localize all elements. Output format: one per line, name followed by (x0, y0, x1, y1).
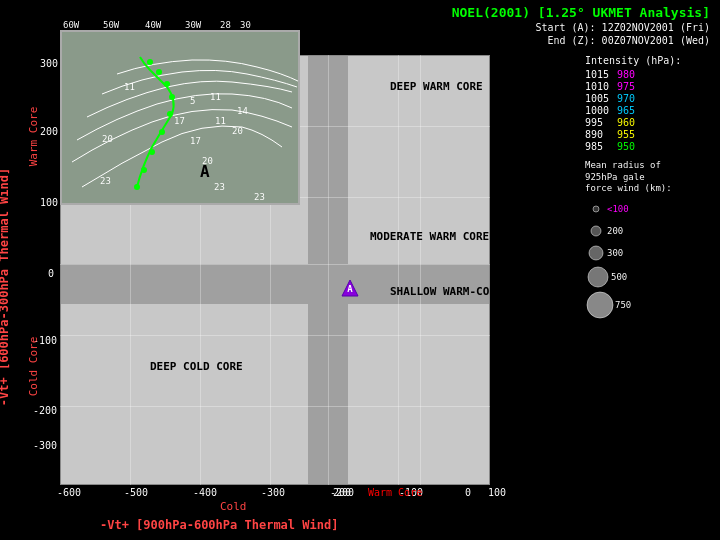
y-cold-label: Cold Core (27, 337, 40, 397)
x-tick-500: -500 (124, 487, 148, 498)
gridline-v-0 (328, 55, 329, 485)
svg-text:23: 23 (100, 176, 111, 186)
svg-point-3 (149, 149, 155, 155)
svg-point-27 (591, 226, 601, 236)
svg-point-26 (593, 206, 599, 212)
lon-28: 28 (220, 20, 231, 30)
gridline-h-4 (60, 406, 490, 407)
legend-row-7: 985 950 (585, 141, 715, 152)
svg-text:17: 17 (174, 116, 185, 126)
legend-left-1: 1015 (585, 69, 617, 80)
svg-point-9 (147, 59, 153, 65)
legend-row-5: 995 960 (585, 117, 715, 128)
lon-50w: 50W (103, 20, 119, 30)
svg-text:20: 20 (102, 134, 113, 144)
radius-item-5: 750 (585, 290, 715, 320)
legend-right-3: 970 (617, 93, 647, 104)
y-tick-300: 300 (40, 58, 58, 69)
radius-label-2: 200 (607, 226, 623, 236)
header-start: Start (A): 12Z02NOV2001 (Fri) (535, 22, 710, 33)
intensity-legend: Intensity (hPa): 1015 980 1010 975 1005 … (585, 55, 715, 320)
y-warm-label: Warm Core (27, 107, 40, 167)
legend-left-2: 1010 (585, 81, 617, 92)
svg-point-28 (589, 246, 603, 260)
radius-label-4: 500 (611, 272, 627, 282)
legend-right-6: 955 (617, 129, 647, 140)
x-tick-100b: 100 (488, 487, 506, 498)
radius-label-1: <100 (607, 204, 629, 214)
horizontal-axis-band (60, 264, 490, 304)
y-tick-100: 100 (40, 197, 58, 208)
x-warm-core-label: Warm Core (368, 487, 422, 498)
svg-text:5: 5 (190, 96, 195, 106)
gridline-v-4 (398, 55, 399, 485)
region-deep-cold: DEEP COLD CORE (150, 360, 243, 373)
legend-right-5: 960 (617, 117, 647, 128)
radius-label-3: 300 (607, 248, 623, 258)
lon-60w: 60W (63, 20, 79, 30)
legend-right-7: 950 (617, 141, 647, 152)
region-moderate-warm: MODERATE WARM CORE (370, 230, 489, 243)
inset-contours: 11 5 11 14 17 11 20 20 17 20 23 23 23 A (62, 32, 300, 205)
legend-left-5: 995 (585, 117, 617, 128)
legend-row-4: 1000 965 (585, 105, 715, 116)
legend-left-4: 1000 (585, 105, 617, 116)
legend-left-6: 890 (585, 129, 617, 140)
legend-row-3: 1005 970 (585, 93, 715, 104)
radius-item-4: 500 (585, 264, 715, 290)
y-tick-m300: -300 (33, 440, 57, 451)
legend-row-6: 890 955 (585, 129, 715, 140)
svg-point-2 (141, 167, 147, 173)
region-shallow-warm: SHALLOW WARM-CORE (390, 285, 503, 298)
svg-text:11: 11 (124, 82, 135, 92)
lon-40w: 40W (145, 20, 161, 30)
legend-left-7: 985 (585, 141, 617, 152)
legend-row-2: 1010 975 (585, 81, 715, 92)
y-tick-m200: -200 (33, 405, 57, 416)
legend-right-4: 965 (617, 105, 647, 116)
svg-text:23: 23 (254, 192, 265, 202)
chart-title: NOEL(2001) [1.25° UKMET Analysis] (452, 5, 710, 20)
radius-item-1: <100 (585, 198, 715, 220)
gridline-v-5 (420, 55, 421, 485)
x-tick-0: 0 (465, 487, 471, 498)
svg-point-7 (164, 81, 170, 87)
svg-point-4 (159, 129, 165, 135)
x-tick-300: -300 (261, 487, 285, 498)
svg-text:A: A (347, 284, 353, 294)
svg-text:17: 17 (190, 136, 201, 146)
svg-point-8 (156, 69, 162, 75)
svg-text:23: 23 (214, 182, 225, 192)
svg-point-30 (587, 292, 613, 318)
gridline-h-3 (60, 335, 490, 336)
svg-point-5 (167, 111, 173, 117)
svg-point-6 (169, 94, 175, 100)
x-tick-200n: 200 (333, 487, 351, 498)
x-cold-label: Cold (220, 500, 247, 513)
radius-label-5: 750 (615, 300, 631, 310)
svg-text:A: A (200, 162, 210, 181)
x-tick-600: -600 (57, 487, 81, 498)
svg-text:11: 11 (215, 116, 226, 126)
x-tick-400: -400 (193, 487, 217, 498)
gridline-h-0 (60, 264, 490, 265)
legend-row-1: 1015 980 (585, 69, 715, 80)
y-tick-0: 0 (48, 268, 54, 279)
svg-text:20: 20 (232, 126, 243, 136)
svg-text:11: 11 (210, 92, 221, 102)
storm-marker-svg: A (340, 278, 360, 298)
lon-30: 30 (240, 20, 251, 30)
svg-text:14: 14 (237, 106, 248, 116)
radius-legend-title: Mean radius of925hPa galeforce wind (km)… (585, 160, 715, 195)
legend-right-1: 980 (617, 69, 647, 80)
radius-item-3: 300 (585, 242, 715, 264)
x-axis-title: -Vt+ [900hPa-600hPa Thermal Wind] (100, 518, 338, 532)
region-deep-warm: DEEP WARM CORE (390, 80, 483, 93)
y-axis-title: -Vt+ [600hPa-300hPa Thermal Wind] (0, 168, 11, 406)
legend-right-2: 975 (617, 81, 647, 92)
y-tick-200: 200 (40, 126, 58, 137)
legend-title: Intensity (hPa): (585, 55, 715, 66)
header-end: End (Z): 00Z07NOV2001 (Wed) (547, 35, 710, 46)
inset-map: 12Z02NOV2001 UKM SST (shaded) -50N -40N … (60, 30, 300, 205)
legend-left-3: 1005 (585, 93, 617, 104)
